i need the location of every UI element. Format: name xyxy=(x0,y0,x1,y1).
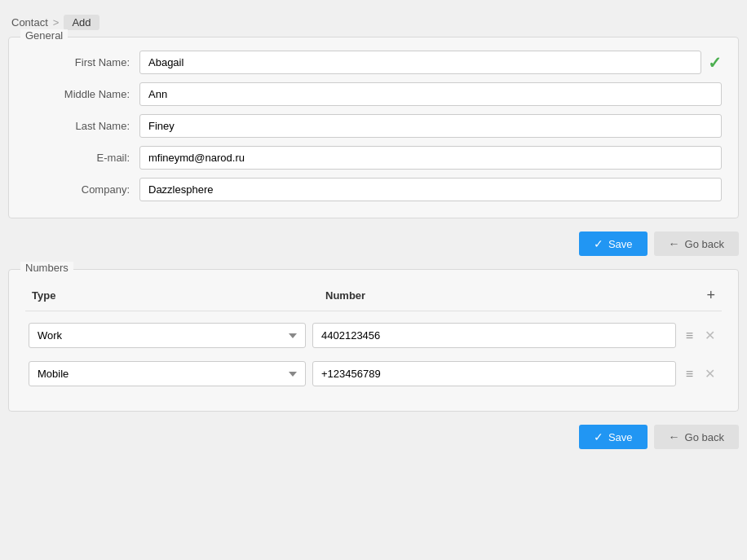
go-back-label-bottom: Go back xyxy=(685,431,724,443)
save-button-bottom[interactable]: ✓ Save xyxy=(579,425,648,449)
number-type-select-1[interactable]: Work Mobile Home Fax Other xyxy=(29,323,306,348)
general-section: General First Name: ✓ Middle Name: Last … xyxy=(8,37,739,218)
number-row-1-actions: ≡ ✕ xyxy=(683,328,718,344)
bottom-action-row: ✓ Save ← Go back xyxy=(8,425,739,449)
first-name-valid-icon: ✓ xyxy=(708,53,722,73)
number-row-1: Work Mobile Home Fax Other ≡ ✕ xyxy=(25,318,722,353)
number-row-1-delete-button[interactable]: ✕ xyxy=(701,328,718,344)
email-label: E-mail: xyxy=(25,152,139,164)
number-row-2: Work Mobile Home Fax Other ≡ ✕ xyxy=(25,356,722,391)
save-button-top[interactable]: ✓ Save xyxy=(579,231,648,256)
first-name-label: First Name: xyxy=(25,56,139,68)
go-back-button-top[interactable]: ← Go back xyxy=(654,231,739,256)
save-check-icon-bottom: ✓ xyxy=(594,430,603,443)
numbers-section-title: Numbers xyxy=(20,262,73,274)
go-back-arrow-icon-top: ← xyxy=(669,237,680,250)
number-row-1-reorder-button[interactable]: ≡ xyxy=(683,328,696,344)
email-row: E-mail: xyxy=(25,146,722,170)
top-action-row: ✓ Save ← Go back xyxy=(8,231,739,256)
last-name-row: Last Name: xyxy=(25,114,722,138)
breadcrumb: Contact > Add xyxy=(8,8,739,37)
numbers-table-header: Type Number + xyxy=(25,283,722,311)
add-number-button[interactable]: + xyxy=(706,288,715,302)
breadcrumb-parent[interactable]: Contact xyxy=(11,16,48,29)
numbers-section: Numbers Type Number + Work Mobile Home F… xyxy=(8,269,739,412)
number-input-1[interactable] xyxy=(312,323,676,348)
last-name-input[interactable] xyxy=(139,114,722,138)
number-row-2-delete-button[interactable]: ✕ xyxy=(701,366,718,382)
company-input[interactable] xyxy=(139,178,722,201)
last-name-label: Last Name: xyxy=(25,120,139,132)
company-row: Company: xyxy=(25,178,722,201)
middle-name-row: Middle Name: xyxy=(25,82,722,106)
general-section-title: General xyxy=(20,29,68,42)
save-label-top: Save xyxy=(608,238,633,250)
go-back-arrow-icon-bottom: ← xyxy=(669,430,680,443)
breadcrumb-current: Add xyxy=(64,15,99,30)
numbers-col-type-header: Type xyxy=(32,289,325,302)
number-type-select-2[interactable]: Work Mobile Home Fax Other xyxy=(29,361,306,386)
go-back-label-top: Go back xyxy=(685,238,724,250)
numbers-col-number-header: Number xyxy=(325,289,691,302)
number-row-2-actions: ≡ ✕ xyxy=(683,366,718,382)
number-row-2-reorder-button[interactable]: ≡ xyxy=(683,366,696,382)
save-check-icon-top: ✓ xyxy=(594,237,603,250)
first-name-input[interactable] xyxy=(139,51,701,74)
middle-name-input[interactable] xyxy=(139,82,722,106)
save-label-bottom: Save xyxy=(608,431,633,443)
breadcrumb-separator: > xyxy=(53,16,60,29)
first-name-row: First Name: ✓ xyxy=(25,51,722,74)
go-back-button-bottom[interactable]: ← Go back xyxy=(654,425,739,449)
company-label: Company: xyxy=(25,183,139,196)
number-input-2[interactable] xyxy=(312,361,676,386)
middle-name-label: Middle Name: xyxy=(25,88,139,100)
email-input[interactable] xyxy=(139,146,722,170)
